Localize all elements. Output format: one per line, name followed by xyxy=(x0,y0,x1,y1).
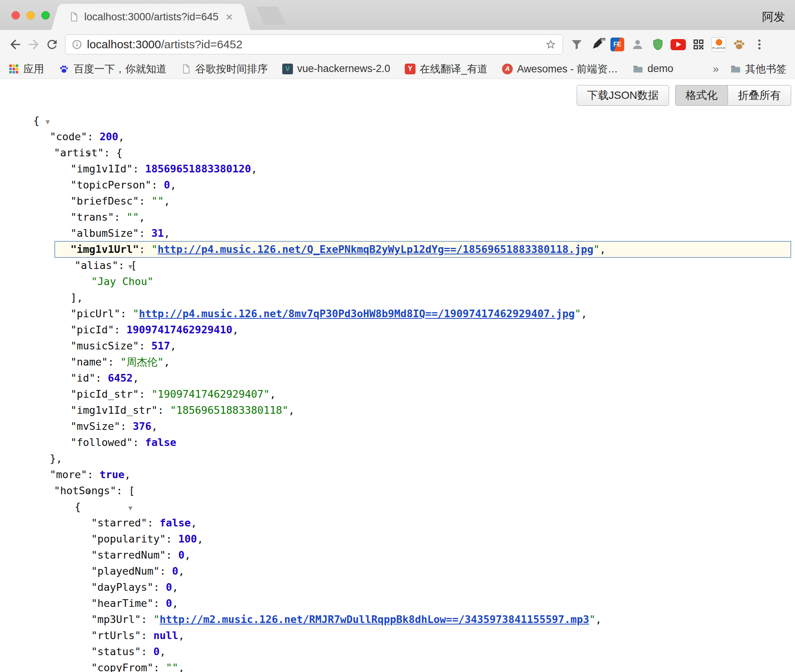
json-token: "18569651883380118" xyxy=(170,404,288,416)
youdao-icon: Y xyxy=(405,64,415,74)
json-url-link[interactable]: http://p4.music.126.net/8mv7qP30Pd3oHW8b… xyxy=(139,308,575,320)
new-tab-button[interactable] xyxy=(256,7,286,25)
minimize-window-button[interactable] xyxy=(26,11,35,20)
json-token: "picId" xyxy=(70,324,114,336)
json-token: : xyxy=(120,420,133,432)
bookmark-vue-hackernews[interactable]: V vue-hackernews-2.0 xyxy=(282,63,390,75)
json-token: , xyxy=(151,420,157,432)
bookmark-awesomes[interactable]: A Awesomes - 前端资… xyxy=(502,62,618,76)
json-token: "picId_str" xyxy=(70,388,139,400)
json-token: : xyxy=(154,581,166,593)
json-token: "followed" xyxy=(70,436,133,448)
browser-toolbar: localhost:3000/artists?id=6452 en FE xyxy=(0,30,795,59)
json-token: " xyxy=(589,613,595,625)
json-token: , xyxy=(139,211,145,223)
json-line: "code": 200, xyxy=(0,129,795,145)
bookmark-star-icon[interactable] xyxy=(545,39,556,50)
json-line: "briefDesc": "", xyxy=(0,193,795,209)
json-token: 0 xyxy=(154,646,160,657)
json-token: , xyxy=(133,372,139,384)
json-url-link[interactable]: http://m2.music.126.net/RMJR7wDullRqppBk… xyxy=(160,613,589,625)
json-token: false xyxy=(145,436,176,448)
json-line: "starredNum": 0, xyxy=(0,547,795,563)
player-extension-icon[interactable]: PLAYER xyxy=(710,36,727,53)
json-token: "musicSize" xyxy=(70,340,139,352)
collapse-all-button[interactable]: 折叠所有 xyxy=(728,85,791,106)
browser-tab[interactable]: localhost:3000/artists?id=645 × xyxy=(61,4,240,30)
player-logo-blob xyxy=(716,39,722,46)
youtube-extension-icon[interactable] xyxy=(670,36,687,53)
forward-button[interactable] xyxy=(25,35,43,54)
json-token: : xyxy=(151,179,164,191)
other-bookmarks-folder[interactable]: 其他书签 xyxy=(730,62,787,76)
json-token: : xyxy=(154,597,166,609)
json-token: 200 xyxy=(100,131,118,143)
json-token: "19097417462929407" xyxy=(151,388,270,400)
json-token: : xyxy=(166,549,178,561)
json-line: "starred": false, xyxy=(0,515,795,531)
paw-extension-icon[interactable] xyxy=(731,36,748,53)
json-token: , xyxy=(172,581,178,593)
json-line: "copyFrom": "", xyxy=(0,660,795,672)
json-line: "topicPerson": 0, xyxy=(0,177,795,193)
page-content: 下载JSON数据 格式化 折叠所有 ▼{"code": 200,▼"artist… xyxy=(0,79,795,672)
back-button[interactable] xyxy=(6,35,25,54)
bookmark-google-sort[interactable]: 谷歌按时间排序 xyxy=(181,62,268,76)
bookmark-baidu[interactable]: 百度一下，你就知道 xyxy=(59,62,167,76)
folder-icon xyxy=(633,64,643,74)
json-line: "rtUrls": null, xyxy=(0,628,795,644)
json-url-link[interactable]: http://p4.music.126.net/Q_ExePNkmqB2yWyL… xyxy=(158,243,594,255)
json-token: "topicPerson" xyxy=(70,179,151,191)
json-line: "followed": false xyxy=(0,434,795,451)
fehelper-extension-icon[interactable]: FE xyxy=(609,36,626,53)
json-token: : xyxy=(87,131,100,143)
zoom-window-button[interactable] xyxy=(41,11,50,20)
json-line: "more": true, xyxy=(0,467,795,483)
bookmark-apps[interactable]: 应用 xyxy=(8,62,44,76)
json-token: "artist" xyxy=(54,147,104,159)
json-token: "picUrl" xyxy=(70,308,120,320)
json-token: 100 xyxy=(178,533,197,545)
json-line: "dayPlays": 0, xyxy=(0,579,795,595)
json-token: { xyxy=(75,501,81,513)
json-line: "status": 0, xyxy=(0,644,795,660)
page-info-icon[interactable] xyxy=(72,39,82,50)
json-token: true xyxy=(100,469,124,480)
json-line: "albumSize": 31, xyxy=(0,225,795,241)
format-button[interactable]: 格式化 xyxy=(675,85,728,106)
reload-button[interactable] xyxy=(43,35,61,54)
json-token: "trans" xyxy=(70,211,114,223)
json-token: "" xyxy=(151,195,164,207)
url-text: localhost:3000/artists?id=6452 xyxy=(87,38,242,51)
close-window-button[interactable] xyxy=(11,11,20,20)
bookmark-demo-folder[interactable]: demo xyxy=(633,63,674,75)
browser-menu-icon[interactable] xyxy=(751,36,768,53)
qrcode-extension-icon[interactable] xyxy=(690,36,707,53)
page-icon xyxy=(181,64,191,74)
bookmark-youdao[interactable]: Y 在线翻译_有道 xyxy=(405,62,487,76)
json-line: "mp3Url": "http://m2.music.126.net/RMJR7… xyxy=(0,611,795,628)
json-line: ▼{ xyxy=(0,499,795,515)
json-line: "trans": "", xyxy=(0,209,795,225)
json-line: "picId": 19097417462929410, xyxy=(0,322,795,338)
json-token: : xyxy=(114,324,127,336)
funnel-extension-icon[interactable] xyxy=(568,36,585,53)
json-line: "musicSize": 517, xyxy=(0,338,795,354)
json-token: "briefDesc" xyxy=(70,195,139,207)
vue-icon: V xyxy=(282,64,293,74)
bookmark-label: Awesomes - 前端资… xyxy=(517,62,618,76)
collapse-triangle-icon[interactable]: ▼ xyxy=(128,504,132,512)
json-token: "code" xyxy=(50,131,87,143)
bookmarks-bar: 应用 百度一下，你就知道 谷歌按时间排序 V vue-hackernews-2.… xyxy=(0,59,795,79)
json-line: "popularity": 100, xyxy=(0,531,795,547)
url-bar[interactable]: localhost:3000/artists?id=6452 xyxy=(65,34,563,54)
download-json-button[interactable]: 下载JSON数据 xyxy=(577,85,669,106)
translate-pen-extension-icon[interactable]: en xyxy=(589,36,605,53)
collapse-triangle-icon[interactable]: ▼ xyxy=(46,118,50,126)
profile-extension-icon[interactable] xyxy=(629,36,646,53)
json-token: , xyxy=(164,195,170,207)
shield-extension-icon[interactable] xyxy=(649,36,666,53)
tab-title: localhost:3000/artists?id=645 xyxy=(84,11,220,23)
bookmarks-overflow-chevron[interactable]: » xyxy=(713,63,719,75)
tab-close-icon[interactable]: × xyxy=(226,11,233,23)
